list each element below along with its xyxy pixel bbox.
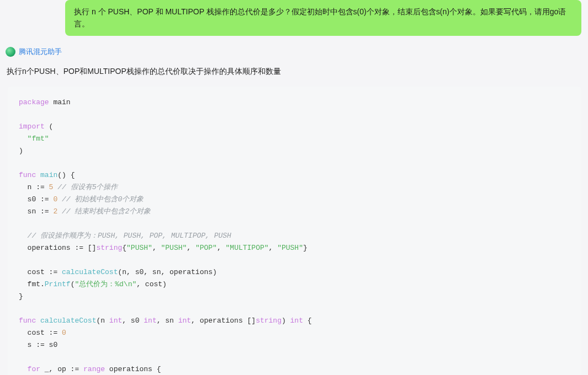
- code-token: (: [45, 122, 54, 131]
- code-token: package: [19, 98, 49, 106]
- code-token: (n: [96, 317, 109, 325]
- code-token: s := s0: [19, 341, 57, 349]
- code-token: , sn: [157, 317, 178, 325]
- code-token: , cost): [136, 280, 167, 288]
- code-token: [19, 232, 28, 240]
- code-token: n :=: [19, 183, 49, 191]
- code-token: calculateCost: [40, 317, 96, 325]
- code-token: int: [109, 317, 122, 325]
- code-token: Printf: [45, 280, 71, 288]
- code-token: sn :=: [19, 207, 53, 216]
- code-token: fmt.: [19, 280, 45, 288]
- code-token: ,: [152, 244, 161, 252]
- code-token: "PUSH": [126, 244, 152, 252]
- code-token: operations {: [105, 365, 161, 373]
- code-token: , s0: [122, 317, 144, 325]
- code-token: [57, 195, 62, 203]
- code-token: "PUSH": [277, 244, 303, 252]
- user-message-text: 执行 n 个 PUSH、POP 和 MULTIPOP 栈操作的总代价是多少？假定…: [74, 7, 566, 28]
- code-token: {: [122, 244, 126, 252]
- user-message-bubble: 执行 n 个 PUSH、POP 和 MULTIPOP 栈操作的总代价是多少？假定…: [65, 0, 581, 36]
- code-token: // 假设有5个操作: [57, 183, 118, 191]
- code-token: }: [303, 244, 308, 252]
- code-token: string: [256, 317, 282, 325]
- code-token: "PUSH": [161, 244, 187, 252]
- code-token: operations := []: [19, 244, 96, 252]
- code-token: [36, 171, 40, 179]
- code-token: for: [28, 365, 40, 373]
- code-token: int: [290, 317, 303, 325]
- code-token: _, op :=: [40, 365, 83, 373]
- code-token: "总代价为：%d\n": [75, 280, 136, 288]
- code-token: // 假设操作顺序为：PUSH, PUSH, POP, MULTIPOP, PU…: [28, 232, 231, 240]
- code-token: (n, s0, sn, operations): [118, 268, 216, 276]
- code-token: // 初始栈中包含0个对象: [62, 195, 144, 203]
- code-block[interactable]: package main import ( "fmt" ) func main(…: [8, 87, 581, 375]
- code-token: s0 :=: [19, 195, 53, 203]
- code-token: 0: [62, 329, 66, 337]
- code-token: [19, 365, 28, 373]
- code-token: {: [303, 317, 312, 325]
- code-token: [19, 135, 28, 143]
- code-token: [36, 317, 40, 325]
- code-token: main: [49, 98, 71, 106]
- code-token: , operations []: [191, 317, 256, 325]
- code-token: int: [144, 317, 156, 325]
- code-token: "MULTIPOP": [226, 244, 269, 252]
- code-token: main: [40, 171, 57, 179]
- code-token: cost :=: [19, 268, 62, 276]
- code-token: int: [178, 317, 191, 325]
- code-token: "fmt": [28, 135, 49, 143]
- code-token: import: [19, 122, 45, 131]
- code-token: ): [19, 147, 23, 155]
- assistant-name: 腾讯混元助手: [19, 47, 62, 57]
- code-token: }: [19, 292, 23, 301]
- assistant-header: 腾讯混元助手: [6, 47, 584, 57]
- code-token: // 结束时栈中包含2个对象: [62, 207, 151, 216]
- code-token: ,: [217, 244, 226, 252]
- code-token: func: [19, 171, 36, 179]
- code-token: calculateCost: [62, 268, 118, 276]
- code-token: ,: [187, 244, 195, 252]
- code-token: string: [96, 244, 122, 252]
- code-token: cost :=: [19, 329, 62, 337]
- code-token: [57, 207, 62, 216]
- code-token: "POP": [195, 244, 217, 252]
- code-token: ,: [269, 244, 278, 252]
- code-token: range: [83, 365, 105, 373]
- assistant-avatar-icon: [6, 47, 15, 57]
- code-token: func: [19, 317, 36, 325]
- code-token: ): [282, 317, 290, 325]
- code-token: () {: [57, 171, 75, 179]
- assistant-intro-text: 执行n个PUSH、POP和MULTIPOP栈操作的总代价取决于操作的具体顺序和数…: [7, 67, 584, 77]
